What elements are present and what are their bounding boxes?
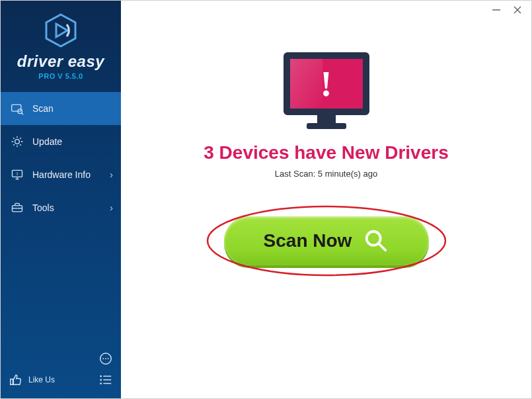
minimize-button[interactable]	[492, 5, 501, 15]
scan-now-label: Scan Now	[264, 230, 352, 251]
sidebar-item-label: Hardware Info	[32, 169, 91, 180]
exclamation-icon: !	[321, 64, 332, 105]
main-panel: ! 3 Devices have New Drivers Last Scan: …	[121, 1, 531, 398]
app-window: driver easy PRO V 5.5.0 Scan Update i	[0, 0, 532, 399]
sidebar: driver easy PRO V 5.5.0 Scan Update i	[1, 1, 121, 398]
logo-icon	[43, 13, 79, 48]
brand-version: PRO V 5.5.0	[1, 72, 121, 80]
thumbs-up-icon	[9, 373, 23, 387]
sidebar-item-label: Tools	[32, 202, 54, 213]
svg-point-18	[100, 375, 102, 377]
svg-point-7	[15, 140, 20, 144]
sidebar-item-label: Update	[32, 136, 62, 147]
gear-icon	[10, 134, 24, 149]
svg-point-22	[100, 382, 102, 384]
like-us-label: Like Us	[28, 375, 55, 384]
close-button[interactable]	[513, 5, 522, 15]
last-scan-text: Last Scan: 5 minute(s) ago	[275, 169, 377, 179]
brand-name: driver easy	[1, 52, 121, 71]
scan-now-button[interactable]: Scan Now	[224, 216, 429, 265]
scan-headline: 3 Devices have New Drivers	[204, 142, 448, 163]
svg-text:i: i	[17, 171, 18, 177]
sidebar-item-scan[interactable]: Scan	[1, 92, 121, 125]
svg-point-16	[105, 358, 106, 359]
toolbox-icon	[10, 200, 24, 215]
sidebar-bottom: Like Us	[1, 342, 121, 398]
monitor-stand	[317, 115, 336, 123]
sidebar-item-update[interactable]: Update	[1, 125, 121, 158]
sidebar-item-hardware-info[interactable]: i Hardware Info ›	[1, 158, 121, 191]
svg-point-20	[100, 379, 102, 381]
svg-point-17	[108, 358, 109, 359]
feedback-icon[interactable]	[98, 351, 113, 366]
brand-block: driver easy PRO V 5.5.0	[1, 1, 121, 87]
svg-line-6	[22, 113, 24, 115]
scan-icon	[10, 101, 24, 116]
svg-point-15	[102, 358, 104, 359]
alert-monitor-graphic: !	[280, 52, 373, 129]
monitor-screen: !	[284, 52, 369, 115]
magnifier-icon	[363, 228, 389, 253]
svg-line-26	[379, 244, 386, 251]
monitor-base	[307, 123, 346, 129]
menu-list-icon[interactable]	[98, 373, 113, 387]
svg-point-25	[367, 232, 381, 245]
sidebar-item-label: Scan	[32, 103, 54, 114]
like-us-button[interactable]: Like Us	[9, 373, 55, 387]
sidebar-item-tools[interactable]: Tools ›	[1, 191, 121, 224]
chevron-right-icon: ›	[110, 169, 113, 180]
window-controls	[492, 1, 531, 19]
sidebar-nav: Scan Update i Hardware Info › Tools	[1, 92, 121, 224]
monitor-info-icon: i	[10, 167, 24, 182]
scan-button-area: Scan Now	[208, 201, 445, 281]
svg-marker-3	[46, 15, 75, 46]
svg-rect-4	[12, 105, 21, 111]
chevron-right-icon: ›	[110, 202, 113, 213]
